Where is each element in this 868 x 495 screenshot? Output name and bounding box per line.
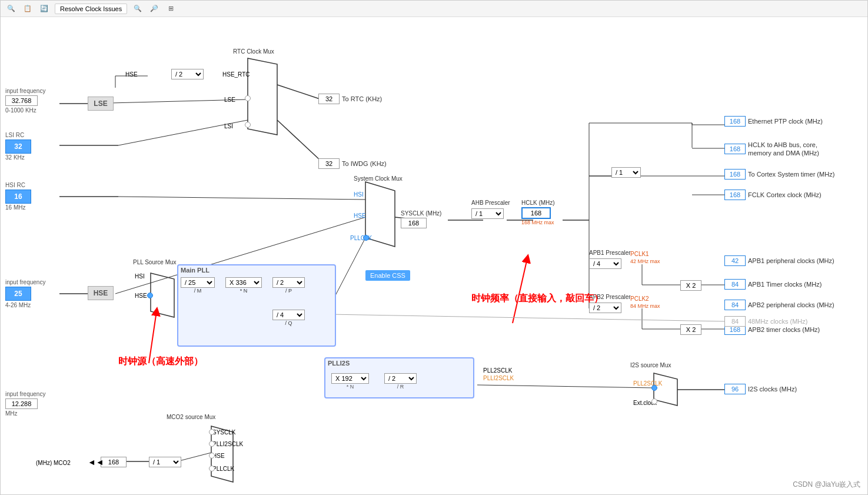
- fclk-row: 168 FCLK Cortex clock (MHz): [724, 190, 822, 200]
- apb1-div-select[interactable]: / 4: [589, 258, 621, 269]
- zoom-in-icon[interactable]: 🔍: [132, 3, 144, 15]
- pll-muln-select[interactable]: X 336: [225, 277, 262, 288]
- i2s-value: 96: [724, 384, 746, 394]
- hsi-unit: 16 MHz: [5, 204, 25, 211]
- plli2s-divr-label: / R: [397, 384, 404, 390]
- pclk1-label: PCLK1: [630, 251, 649, 257]
- rtc-lsi-radio[interactable]: [245, 122, 251, 128]
- lse-freq-input[interactable]: [5, 95, 38, 106]
- mhz48-label: 48MHz clocks (MHz): [748, 318, 807, 325]
- to-iwdg-row: 32 To IWDG (KHz): [318, 158, 387, 169]
- fit-icon[interactable]: ⊞: [165, 3, 177, 15]
- pll-divp-select[interactable]: / 2: [272, 277, 305, 288]
- mco2-pll2sclk-radio[interactable]: [209, 441, 215, 447]
- lsi-unit: 32 KHz: [5, 154, 25, 161]
- clock-freq-annotation: 时钟频率（直接输入，敲回车）: [471, 293, 603, 305]
- plli2s-divr-select[interactable]: / 2: [384, 373, 417, 384]
- ext-freq-label: input frequency: [5, 391, 45, 397]
- i2s-label: I2S clocks (MHz): [748, 386, 797, 393]
- copy-icon[interactable]: 📋: [22, 3, 34, 15]
- fclk-value: 168: [724, 190, 746, 200]
- resolve-clock-btn[interactable]: Resolve Clock Issues: [55, 4, 127, 14]
- ext-freq-input[interactable]: [5, 398, 38, 409]
- i2s-pll2sclk-label: PLL2SCLK: [633, 380, 662, 387]
- plli2s-label: PLLI2S: [328, 360, 350, 367]
- pclk1-section: PCLK1 42 MHz max: [630, 250, 660, 264]
- pll-source-mux-label: PLL Source Mux: [133, 258, 177, 265]
- hse-rtc-label: HSE: [125, 71, 138, 78]
- mco2-div-select[interactable]: / 1: [149, 457, 181, 467]
- mco2-mux-label: MCO2 source Mux: [167, 413, 215, 420]
- mco2-pllclk-radio[interactable]: [209, 466, 215, 471]
- pll-divp-label: / P: [285, 288, 292, 294]
- lse-block: LSE: [88, 97, 114, 111]
- eth-ptp-label: Ethernet PTP clock (MHz): [748, 118, 823, 125]
- clock-source-annotation: 时钟源（高速外部）: [118, 356, 203, 368]
- lse-freq-range: 0-1000 KHz: [5, 107, 36, 114]
- hsi-sysclk-label: HSI: [354, 191, 364, 198]
- search-icon[interactable]: 🔍: [5, 3, 17, 15]
- ahb-prescaler-section: AHB Prescaler / 1: [471, 200, 510, 219]
- lse-input-section: input frequency 0-1000 KHz: [5, 88, 45, 114]
- apb2-x2: X 2: [680, 324, 701, 335]
- rtc-mux-label: RTC Clock Mux: [233, 48, 274, 55]
- lsi-block: 32: [5, 139, 31, 154]
- pclk2-label: PCLK2: [630, 295, 649, 302]
- pll2sclk-label: PLL2SCLK: [483, 367, 512, 374]
- zoom-out-icon[interactable]: 🔎: [148, 3, 160, 15]
- svg-line-38: [477, 385, 654, 388]
- mhz48-row: 84 48MHz clocks (MHz): [724, 316, 807, 327]
- hclk-ahb-value: 168: [724, 144, 746, 154]
- svg-line-46: [330, 314, 724, 321]
- pll-hse-radio[interactable]: [147, 293, 153, 298]
- hclk-input[interactable]: [521, 207, 551, 219]
- i2s-pll2sclk-radio[interactable]: [651, 385, 657, 391]
- main-container: 🔍 📋 🔄 Resolve Clock Issues 🔍 🔎 ⊞: [0, 0, 868, 495]
- rtc-div2-select[interactable]: / 2: [171, 69, 204, 79]
- sysclk-value: 168: [401, 218, 427, 228]
- apb2-periph-row: 84 APB2 peripheral clocks (MHz): [724, 300, 834, 310]
- i2s-extclk-radio[interactable]: [651, 398, 657, 404]
- hse-freq-label: input frequency: [5, 279, 45, 285]
- pclk1-max: 42 MHz max: [630, 258, 660, 264]
- mco2-sysclk-radio[interactable]: [209, 429, 215, 435]
- pll-divm-select[interactable]: / 25: [181, 277, 215, 288]
- svg-line-13: [118, 197, 365, 200]
- svg-line-11: [277, 85, 321, 99]
- mhz48-value: 84: [724, 316, 746, 327]
- to-iwdg-value: 32: [318, 158, 340, 169]
- hse-value-box: 25: [5, 287, 31, 301]
- enable-css-btn[interactable]: Enable CSS: [365, 270, 410, 281]
- apb2-timer-label: APB2 timer clocks (MHz): [748, 326, 820, 333]
- hclk-max-label: 168 MHz max: [521, 220, 555, 225]
- rtc-lse-radio[interactable]: [245, 95, 251, 101]
- to-rtc-label: To RTC (KHz): [342, 95, 382, 102]
- to-rtc-row: 32 To RTC (KHz): [318, 94, 382, 104]
- pll-hsi-label: HSI: [135, 273, 145, 280]
- svg-marker-4: [248, 58, 277, 135]
- mco2-hse-radio[interactable]: [209, 453, 215, 459]
- pclk2-max: 84 MHz max: [630, 303, 660, 309]
- pll-divq-select[interactable]: / 4: [272, 310, 305, 320]
- pll-box: Main PLL / 25 / M X 336 * N / 2: [177, 264, 336, 347]
- toolbar: 🔍 📋 🔄 Resolve Clock Issues 🔍 🔎 ⊞: [1, 1, 867, 17]
- main-pll-label: Main PLL: [181, 267, 209, 274]
- refresh-icon[interactable]: 🔄: [38, 3, 50, 15]
- apb2-periph-value: 84: [724, 300, 746, 310]
- svg-marker-36: [654, 373, 677, 406]
- svg-line-47: [177, 453, 211, 461]
- plli2s-muln-select[interactable]: X 192: [331, 373, 369, 384]
- hsi-block: 16: [5, 190, 31, 204]
- lsi-section: LSI RC 32 32 KHz: [5, 132, 31, 161]
- svg-line-12: [277, 120, 321, 161]
- lsi-label: LSI RC: [5, 132, 31, 138]
- to-rtc-value: 32: [318, 94, 340, 104]
- ahb-div-select[interactable]: / 1: [471, 208, 504, 219]
- cortex-div-select[interactable]: / 1: [611, 167, 641, 178]
- pclk2-section: PCLK2 84 MHz max: [630, 295, 660, 309]
- apb1-timer-row: 84 APB1 Timer clocks (MHz): [724, 279, 822, 290]
- mco2-sysclk-label: SYSCLK: [212, 429, 235, 436]
- mco2-arrow: ◄◄: [88, 457, 104, 467]
- ext-unit: MHz: [5, 410, 18, 417]
- pllclk-radio[interactable]: [363, 235, 369, 241]
